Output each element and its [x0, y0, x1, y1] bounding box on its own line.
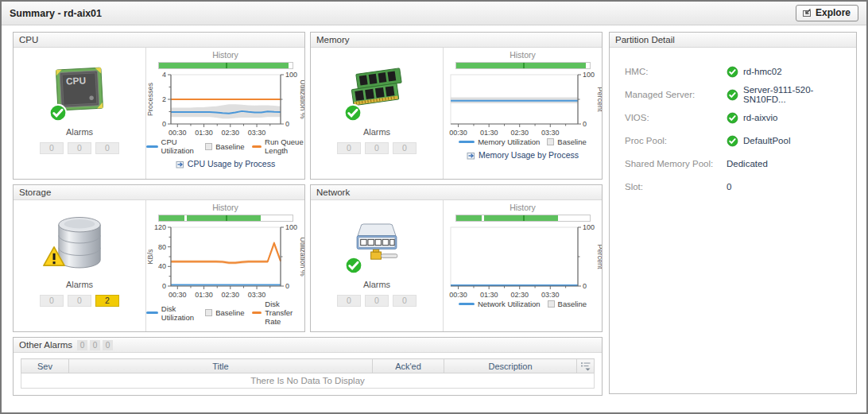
svg-text:Percent: Percent	[596, 244, 602, 269]
cpu-panel: CPU CPU	[13, 32, 305, 180]
history-marker	[523, 63, 525, 68]
history-segment	[484, 215, 558, 221]
status-ok-icon	[344, 256, 363, 275]
svg-text:120: 120	[153, 223, 165, 231]
svg-text:00:30: 00:30	[169, 291, 187, 299]
svg-text:KB/s: KB/s	[147, 249, 154, 265]
legend-item: Baseline	[547, 137, 586, 146]
column-header-description[interactable]: Description	[444, 359, 577, 373]
history-marker	[226, 215, 227, 221]
chart-svg: 00:3001:3002:3003:3004080120KB/s0100Util…	[147, 222, 304, 300]
explore-button[interactable]: Explore	[796, 5, 858, 21]
history-timeline-bar[interactable]	[158, 215, 293, 222]
svg-text:100: 100	[285, 71, 297, 79]
legend-line-swatch	[252, 311, 262, 314]
history-label: History	[510, 50, 536, 60]
explore-icon	[802, 8, 812, 17]
history-segment	[159, 63, 289, 68]
svg-text:03:30: 03:30	[541, 129, 560, 137]
status-ok-icon	[727, 112, 738, 124]
history-segment	[456, 63, 586, 68]
svg-text:00:30: 00:30	[169, 129, 187, 137]
memory-status-cell: Alarms 0 0 0	[311, 48, 444, 179]
partition-row-slot: Slot: 0	[625, 180, 848, 193]
svg-text:00:30: 00:30	[449, 291, 467, 299]
storage-throughput-chart: 00:3001:3002:3003:3004080120KB/s0100Util…	[147, 222, 304, 300]
partition-detail-body: HMC: rd-hmc02 Managed Server: Server-911…	[610, 48, 856, 193]
legend-line-swatch	[459, 141, 475, 143]
history-timeline-bar[interactable]	[158, 62, 293, 69]
partition-label: Managed Server:	[625, 90, 727, 99]
legend-box-swatch	[205, 143, 212, 150]
alarms-label: Alarms	[363, 280, 390, 289]
partition-value-link[interactable]: DefaultPool	[743, 136, 790, 145]
partition-value-link[interactable]: rd-aixvio	[743, 113, 777, 122]
partition-value-link[interactable]: Server-9111-520-SN10FD...	[743, 85, 848, 104]
history-label: History	[212, 203, 238, 212]
svg-text:03:30: 03:30	[541, 291, 560, 299]
storage-chart-cell: History 00:3001:3002:3003:3004080120KB/s…	[146, 200, 304, 331]
svg-text:01:30: 01:30	[195, 129, 213, 137]
history-segment	[456, 215, 482, 221]
alarm-count-box[interactable]: 0	[393, 142, 417, 154]
svg-text:02:30: 02:30	[510, 129, 529, 137]
partition-value-link[interactable]: rd-hmc02	[743, 67, 782, 76]
partition-detail-header: Partition Detail	[610, 33, 856, 48]
alarm-count-box[interactable]: 0	[68, 142, 91, 154]
svg-text:01:30: 01:30	[479, 129, 498, 137]
alarm-count-box[interactable]: 0	[365, 142, 389, 154]
memory-usage-by-process-link[interactable]: Memory Usage by Process	[467, 150, 579, 160]
svg-text:01:30: 01:30	[195, 291, 213, 299]
alarm-count-box[interactable]: 0	[337, 295, 361, 307]
alarm-count-box[interactable]: 0	[393, 295, 417, 307]
svg-text:0: 0	[161, 282, 165, 290]
partition-label: Slot:	[625, 182, 727, 192]
alarm-count-box[interactable]: 2	[95, 295, 119, 307]
dashboard-content: CPU CPU	[2, 25, 866, 412]
legend-item: CPU Utilization	[146, 137, 198, 155]
legend-item: Disk Transfer Rate	[252, 300, 304, 326]
legend-box-swatch	[548, 300, 555, 308]
svg-text:02:30: 02:30	[221, 291, 239, 299]
alarm-count-box[interactable]: 0	[95, 142, 119, 154]
history-label: History	[510, 203, 536, 212]
cpu-panel-header: CPU	[14, 33, 304, 48]
drilldown-icon	[176, 160, 184, 168]
alarm-count-box[interactable]: 0	[68, 295, 91, 307]
customize-columns-icon[interactable]	[577, 359, 595, 373]
column-header-title[interactable]: Title	[69, 359, 373, 373]
cpu-status-cell: CPU Alarms 0 0	[14, 48, 146, 179]
history-timeline-bar[interactable]	[455, 215, 591, 222]
drilldown-link-label: Memory Usage by Process	[479, 150, 579, 160]
svg-text:01:30: 01:30	[479, 291, 498, 299]
partition-row-managed-server: Managed Server: Server-9111-520-SN10FD..…	[625, 88, 848, 101]
column-header-acked[interactable]: Ack'ed	[373, 359, 444, 373]
svg-text:CPU: CPU	[66, 75, 87, 87]
alarm-count-box[interactable]: 0	[337, 142, 361, 154]
legend-line-swatch	[459, 303, 475, 305]
alarms-label: Alarms	[66, 280, 93, 289]
storage-panel-header: Storage	[14, 185, 304, 200]
status-ok-icon	[48, 103, 68, 122]
alarm-count-box[interactable]: 0	[40, 295, 64, 307]
alarm-count-box[interactable]: 0	[40, 142, 64, 154]
partition-row-hmc: HMC: rd-hmc02	[625, 65, 848, 78]
titlebar: Summary - rd-aix01 Explore	[2, 2, 866, 25]
page-title: Summary - rd-aix01	[10, 8, 102, 19]
legend-item: Baseline	[205, 142, 244, 151]
column-header-sev[interactable]: Sev	[21, 359, 69, 373]
history-segment	[187, 215, 261, 221]
alarm-count-box[interactable]: 0	[365, 295, 389, 307]
cpu-chart-cell: History 00:3001:3002:3003:30024Processes…	[146, 48, 304, 179]
storage-status-cell: Alarms 0 0 2	[14, 200, 146, 331]
alarm-badge: 0	[103, 340, 113, 350]
network-panel-header: Network	[311, 185, 602, 200]
history-timeline-bar[interactable]	[455, 62, 591, 69]
cpu-usage-by-process-link[interactable]: CPU Usage by Process	[176, 159, 275, 168]
chart-legend: Network UtilizationBaseline	[459, 300, 587, 308]
drilldown-icon	[467, 151, 475, 160]
legend-line-swatch	[146, 145, 158, 148]
legend-box-swatch	[205, 309, 212, 316]
storage-alarm-counts: 0 0 2	[40, 295, 119, 307]
partition-value: 0	[727, 182, 731, 192]
